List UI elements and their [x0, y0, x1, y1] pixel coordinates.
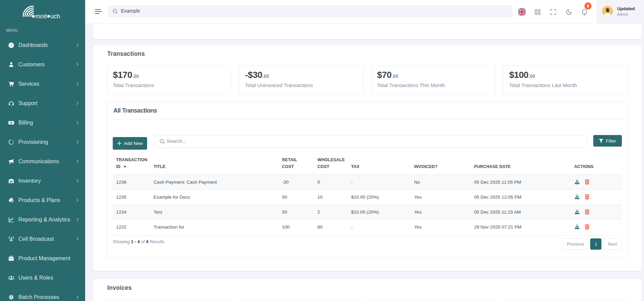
svg-text:mnit: mnit	[35, 13, 47, 20]
svg-text:uch: uch	[50, 13, 60, 20]
